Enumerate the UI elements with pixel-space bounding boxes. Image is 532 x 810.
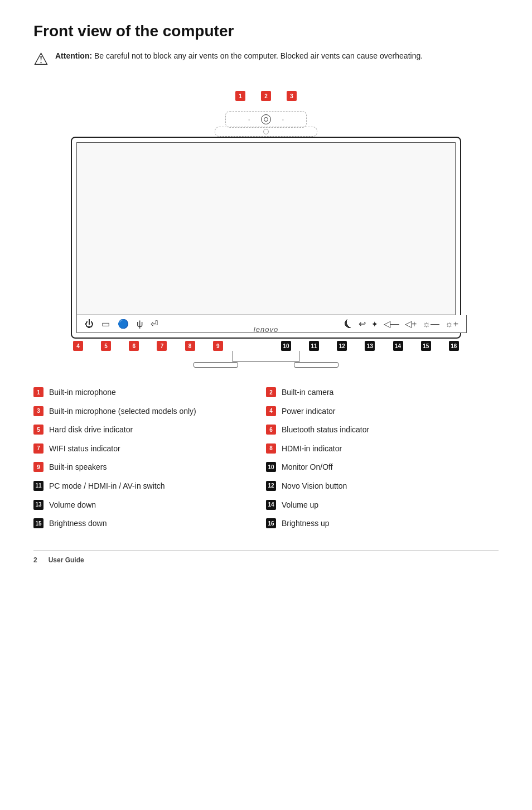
monitor-bottom-bar: ⏻ ▭ 🔵 ψ ⏎ lenovo ⏾ ↩ ✦ ◁— ◁+ ☼— ☼+: [76, 315, 467, 333]
bottom-numbers-row: 4 5 6 7 8 9 10 11 12 13 14 15 16: [71, 341, 461, 351]
diagram-area: 1 2 3 • • · ·: [33, 84, 499, 368]
component-item-15: 15 Brightness down: [33, 514, 266, 533]
switch-icon: ↩: [359, 319, 366, 329]
badge-11: 11: [309, 341, 319, 351]
badge-7: 7: [157, 341, 167, 351]
bright-down-icon: ☼—: [422, 319, 439, 329]
label-badge-3: 3: [33, 406, 43, 416]
bright-up-icon: ☼+: [445, 319, 458, 329]
component-label-6: Bluetooth status indicator: [282, 425, 369, 436]
label-badge-13: 13: [33, 500, 43, 510]
component-label-5: Hard disk drive indicator: [49, 425, 133, 436]
attention-text: Attention: Be careful not to block any a…: [55, 50, 423, 62]
badge-12: 12: [337, 341, 347, 351]
component-item-9: 9 Built-in speakers: [33, 458, 266, 477]
power-icon: ⏻: [85, 319, 94, 329]
badge-4: 4: [73, 341, 83, 351]
label-badge-9: 9: [33, 462, 43, 472]
component-label-9: Built-in speakers: [49, 462, 107, 473]
component-label-12: Novo Vision button: [282, 481, 347, 492]
component-list: 1 Built-in microphone 2 Built-in camera …: [33, 383, 499, 533]
component-label-14: Volume up: [282, 500, 318, 511]
label-badge-11: 11: [33, 481, 43, 491]
storage-icon: ▭: [101, 319, 110, 329]
component-label-2: Built-in camera: [282, 387, 333, 398]
badge-2: 2: [261, 91, 271, 101]
badge-8: 8: [185, 341, 195, 351]
footer: 2 User Guide: [33, 550, 499, 564]
component-label-4: Power indicator: [282, 406, 336, 417]
label-badge-14: 14: [266, 500, 276, 510]
monitor-onoff-icon: ⏾: [344, 319, 353, 329]
monitor-wrapper: 1 2 3 • • · ·: [71, 111, 461, 368]
label-badge-12: 12: [266, 481, 276, 491]
component-item-10: 10 Monitor On/Off: [266, 458, 499, 477]
icon-group-right: ⏾ ↩ ✦ ◁— ◁+ ☼— ☼+: [344, 319, 458, 329]
label-badge-6: 6: [266, 425, 276, 435]
page-title: Front view of the computer: [33, 22, 499, 40]
badge-3: 3: [287, 91, 297, 101]
monitor-outer: ⏻ ▭ 🔵 ψ ⏎ lenovo ⏾ ↩ ✦ ◁— ◁+ ☼— ☼+: [71, 137, 461, 339]
label-badge-8: 8: [266, 443, 276, 454]
camera-icon: [261, 114, 271, 124]
attention-icon: ⚠: [33, 49, 49, 69]
badge-5: 5: [101, 341, 111, 351]
component-item-5: 5 Hard disk drive indicator: [33, 421, 266, 440]
component-label-11: PC mode / HDMI-in / AV-in switch: [49, 481, 165, 492]
monitor-screen: [76, 142, 456, 315]
component-label-7: WIFI status indicator: [49, 443, 120, 455]
component-item-11: 11 PC mode / HDMI-in / AV-in switch: [33, 477, 266, 496]
component-item-1: 1 Built-in microphone: [33, 383, 266, 402]
hdmi-icon: ⏎: [151, 319, 158, 329]
component-item-16: 16 Brightness up: [266, 514, 499, 533]
label-badge-10: 10: [266, 462, 276, 472]
badge-1: 1: [235, 91, 245, 101]
novo-icon: ✦: [371, 320, 378, 329]
badge-9: 9: [213, 341, 223, 351]
vol-up-icon: ◁+: [405, 319, 417, 329]
footer-page-num: 2: [33, 556, 37, 564]
bluetooth-icon: 🔵: [118, 319, 129, 329]
component-label-10: Monitor On/Off: [282, 462, 333, 473]
label-badge-15: 15: [33, 518, 43, 528]
vol-down-icon: ◁—: [384, 319, 399, 329]
component-item-12: 12 Novo Vision button: [266, 477, 499, 496]
icon-group-left: ⏻ ▭ 🔵 ψ ⏎: [85, 319, 158, 329]
attention-box: ⚠ Attention: Be careful not to block any…: [33, 50, 499, 69]
label-badge-5: 5: [33, 425, 43, 435]
badge-16: 16: [449, 341, 459, 351]
lenovo-logo: lenovo: [254, 325, 278, 334]
footer-label: User Guide: [49, 556, 84, 564]
component-label-3: Built-in microphone (selected models onl…: [49, 406, 196, 417]
monitor-neck: [233, 351, 299, 362]
component-item-6: 6 Bluetooth status indicator: [266, 421, 499, 440]
badge-14: 14: [393, 341, 403, 351]
label-badge-7: 7: [33, 443, 43, 454]
component-label-16: Brightness up: [282, 518, 330, 529]
component-item-4: 4 Power indicator: [266, 402, 499, 421]
top-badge-row: 1 2 3: [235, 91, 297, 101]
wifi-icon: ψ: [137, 319, 143, 329]
component-label-8: HDMI-in indicator: [282, 443, 342, 455]
component-item-13: 13 Volume down: [33, 496, 266, 515]
badge-15: 15: [421, 341, 431, 351]
label-badge-4: 4: [266, 406, 276, 416]
label-badge-16: 16: [266, 518, 276, 528]
component-item-2: 2 Built-in camera: [266, 383, 499, 402]
badge-6: 6: [129, 341, 139, 351]
component-item-8: 8 HDMI-in indicator: [266, 440, 499, 459]
component-item-7: 7 WIFI status indicator: [33, 440, 266, 459]
component-label-1: Built-in microphone: [49, 387, 116, 398]
component-label-15: Brightness down: [49, 518, 107, 529]
component-item-14: 14 Volume up: [266, 496, 499, 515]
label-badge-1: 1: [33, 387, 43, 397]
monitor-base: [71, 351, 461, 368]
badge-10: 10: [281, 341, 291, 351]
badge-13: 13: [365, 341, 375, 351]
component-label-13: Volume down: [49, 500, 96, 511]
component-item-3: 3 Built-in microphone (selected models o…: [33, 402, 266, 421]
label-badge-2: 2: [266, 387, 276, 397]
